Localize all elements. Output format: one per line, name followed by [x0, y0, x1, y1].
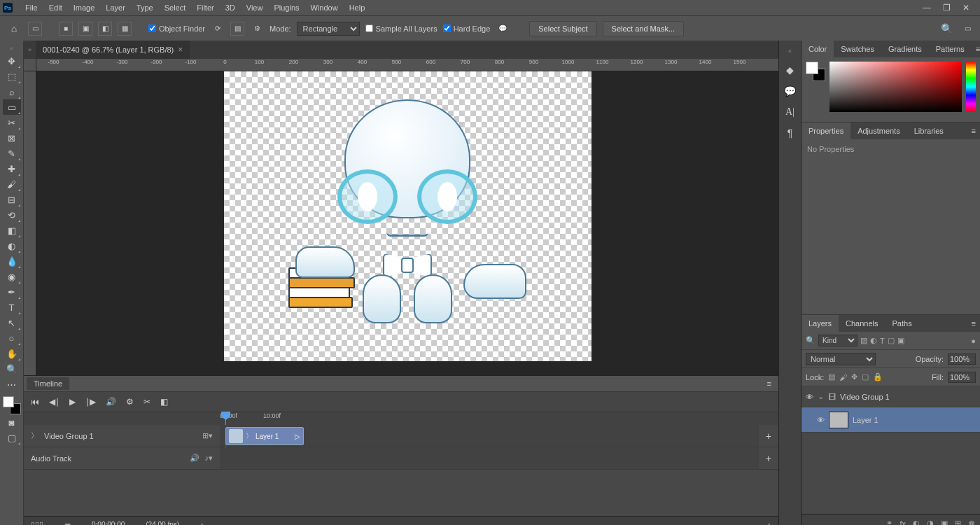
filter-kind-select[interactable]: Kind [818, 335, 858, 346]
zoom-in-icon[interactable]: ▴ [767, 520, 771, 525]
link-layers-icon[interactable]: ⚭ [886, 519, 892, 525]
new-selection-icon[interactable]: ■ [59, 22, 73, 36]
menu-image[interactable]: Image [68, 0, 101, 15]
swatches-tab[interactable]: Swatches [834, 41, 881, 57]
menu-filter[interactable]: Filter [191, 0, 219, 15]
workspace-icon[interactable]: ▭ [960, 22, 974, 36]
patterns-tab[interactable]: Patterns [929, 41, 972, 57]
filter-adjust-icon[interactable]: ◐ [870, 336, 877, 345]
glyphs-icon[interactable]: A| [785, 106, 794, 118]
mode-select[interactable]: Rectangle [297, 22, 360, 36]
menu-3d[interactable]: 3D [220, 0, 241, 15]
layer-thumbnail[interactable] [829, 412, 848, 428]
chevron-right-icon[interactable]: 〉 [31, 430, 38, 441]
lock-all-icon[interactable]: 🔒 [873, 372, 883, 382]
move-tool-icon[interactable]: ✥ [3, 53, 21, 69]
document-tab[interactable]: 0001-0240 @ 66.7% (Layer 1, RGB/8) × [36, 41, 190, 59]
properties-tab[interactable]: Properties [802, 122, 850, 139]
object-select-tool-icon[interactable]: ▭ [3, 99, 21, 115]
layers-panel-menu-icon[interactable]: ≡ [967, 319, 980, 328]
channels-tab[interactable]: Channels [839, 315, 885, 332]
feedback-icon[interactable]: 💬 [496, 22, 510, 36]
timeline-mode-icon[interactable]: ▯▯▯ [31, 520, 43, 525]
intersect-selection-icon[interactable]: ▦ [118, 22, 132, 36]
fill-input[interactable] [948, 372, 976, 383]
ruler-origin[interactable] [24, 59, 36, 71]
video-group-track[interactable]: 〉 Video Group 1 ⊞▾ 〉Layer 1 ▷ + [24, 425, 778, 447]
show-objects-icon[interactable]: ▤ [230, 22, 244, 36]
new-layer-icon[interactable]: ⊞ [955, 519, 961, 525]
layers-tab[interactable]: Layers [802, 315, 839, 332]
vertical-ruler[interactable] [24, 71, 36, 375]
horizontal-ruler[interactable]: -500-400-300-200-10001002003004005006007… [36, 59, 778, 71]
libraries-tab[interactable]: Libraries [907, 122, 951, 139]
visibility-toggle-icon[interactable]: 👁 [817, 416, 825, 424]
select-and-mask-button[interactable]: Select and Mask... [603, 21, 685, 36]
comments-icon[interactable]: 💬 [784, 85, 796, 97]
search-icon[interactable]: 🔍 [939, 22, 953, 36]
layer-name[interactable]: Layer 1 [853, 416, 878, 424]
hue-slider[interactable] [966, 62, 976, 112]
brush-tool-icon[interactable]: 🖌 [3, 176, 21, 192]
refresh-icon[interactable]: ⟳ [211, 22, 225, 36]
lasso-tool-icon[interactable]: ⌕ [3, 84, 21, 99]
menu-help[interactable]: Help [344, 0, 371, 15]
menu-edit[interactable]: Edit [43, 0, 68, 15]
timeline-ruler[interactable]: 05:00f 10:00f [24, 412, 778, 425]
audio-mute-icon[interactable]: 🔊 [190, 454, 200, 463]
tool-preset-picker[interactable]: ▭ [28, 22, 42, 36]
mute-icon[interactable]: 🔊 [106, 397, 116, 407]
menu-window[interactable]: Window [305, 0, 344, 15]
minimize-button[interactable]: — [921, 2, 932, 13]
pen-tool-icon[interactable]: ✒ [3, 284, 21, 300]
screen-mode-icon[interactable]: ▢ [3, 430, 21, 445]
filter-type-icon[interactable]: T [880, 337, 885, 345]
crop-tool-icon[interactable]: ✂ [3, 115, 21, 130]
track-film-icon[interactable]: ⊞▾ [202, 431, 213, 440]
paths-tab[interactable]: Paths [886, 315, 919, 332]
hard-edge-checkbox[interactable]: Hard Edge [443, 24, 491, 33]
gradients-tab[interactable]: Gradients [881, 41, 929, 57]
timeline-panel-menu-icon[interactable]: ≡ [763, 379, 776, 388]
marquee-tool-icon[interactable]: ⬚ [3, 69, 21, 84]
lock-pixels-icon[interactable]: 🖌 [839, 373, 847, 382]
add-selection-icon[interactable]: ▣ [78, 22, 92, 36]
layer-group-row[interactable]: 👁 ⌄ 🎞 Video Group 1 [802, 386, 980, 407]
color-panel-menu-icon[interactable]: ≡ [972, 45, 980, 53]
menu-file[interactable]: File [20, 0, 43, 15]
object-finder-checkbox[interactable]: Object Finder [148, 24, 205, 33]
lock-transparent-icon[interactable]: ▧ [828, 372, 835, 382]
next-frame-icon[interactable]: ∣▶ [85, 397, 96, 407]
close-button[interactable]: ✕ [960, 2, 972, 13]
color-panel-swatches[interactable] [806, 62, 825, 81]
adjustment-layer-icon[interactable]: ◑ [927, 519, 934, 525]
first-frame-icon[interactable]: ⏮ [31, 397, 39, 407]
path-select-tool-icon[interactable]: ↖ [3, 315, 21, 330]
history-brush-tool-icon[interactable]: ⟲ [3, 207, 21, 223]
menu-layer[interactable]: Layer [100, 0, 131, 15]
filter-shape-icon[interactable]: ▢ [888, 336, 895, 345]
blend-mode-select[interactable]: Normal [806, 353, 876, 365]
timeline-tab[interactable]: Timeline [27, 377, 69, 390]
color-field[interactable] [830, 62, 962, 112]
eyedropper-tool-icon[interactable]: ✎ [3, 146, 21, 161]
maximize-button[interactable]: ❐ [941, 2, 952, 13]
lock-artboard-icon[interactable]: ▢ [862, 372, 869, 382]
opacity-input[interactable] [948, 354, 976, 365]
close-tab-icon[interactable]: × [178, 45, 183, 55]
paragraph-icon[interactable]: ¶ [788, 127, 793, 139]
learn-icon[interactable]: ◆ [786, 64, 794, 76]
properties-panel-menu-icon[interactable]: ≡ [967, 127, 980, 135]
render-icon[interactable]: ➦ [64, 520, 71, 525]
layer-style-icon[interactable]: fx [899, 519, 906, 526]
canvas[interactable] [224, 71, 592, 361]
chevron-down-icon[interactable]: ⌄ [818, 392, 824, 401]
blur-tool-icon[interactable]: 💧 [3, 253, 21, 269]
audio-note-icon[interactable]: ♪▾ [205, 454, 214, 463]
edit-toolbar-icon[interactable]: ⋯ [3, 377, 21, 392]
subtract-selection-icon[interactable]: ◧ [98, 22, 112, 36]
split-icon[interactable]: ✂ [144, 397, 150, 407]
healing-tool-icon[interactable]: ✚ [3, 161, 21, 176]
layer-row[interactable]: 👁 Layer 1 [802, 407, 980, 433]
add-audio-icon[interactable]: + [759, 453, 778, 464]
